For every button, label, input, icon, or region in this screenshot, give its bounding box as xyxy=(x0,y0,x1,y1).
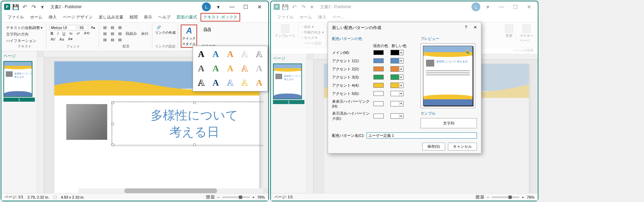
maximize-button[interactable]: ☐ xyxy=(239,2,252,12)
change-case-button[interactable]: Aa xyxy=(58,37,65,42)
qat-dropdown-r[interactable]: ▾ xyxy=(309,3,315,10)
margin-button[interactable]: 余白 xyxy=(140,30,150,37)
subscript-button[interactable]: x₂ xyxy=(68,30,74,36)
wordart-style-6[interactable]: A xyxy=(209,62,222,75)
align-bl-button[interactable]: ▤ xyxy=(102,37,108,43)
qat-customize-dropdown[interactable]: ▾ xyxy=(39,3,46,10)
maximize-button-r[interactable]: ☐ xyxy=(509,2,521,12)
align-tl-button[interactable]: ▤ xyxy=(102,25,108,30)
dialog-help-button[interactable]: ? xyxy=(465,25,467,31)
wordart-style-5[interactable]: A xyxy=(195,62,207,75)
qat-undo-button-r[interactable]: ↶ xyxy=(291,3,298,10)
qat-redo-button-r[interactable]: ↷ xyxy=(300,3,306,10)
wordart-style-8[interactable]: A xyxy=(238,62,251,75)
new-color-combo-7[interactable]: ▾ xyxy=(390,113,403,119)
resize-handle-n[interactable] xyxy=(193,101,196,104)
menu-mailings[interactable]: 差し込み文書 xyxy=(96,13,126,21)
menu-help[interactable]: ヘルプ xyxy=(155,13,173,21)
dropcap-button[interactable]: aa xyxy=(202,25,216,34)
view-buttons[interactable]: ▦ 圁 xyxy=(206,194,215,200)
align-bc-button[interactable]: ▤ xyxy=(109,37,115,43)
new-color-combo-1[interactable]: ▾ xyxy=(390,58,403,63)
create-link-button[interactable]: 🔗 xyxy=(155,25,163,30)
menu-home-r[interactable]: ホーム xyxy=(297,13,315,21)
resize-handle-s[interactable] xyxy=(193,143,196,146)
text-direction-button[interactable]: 文字列の方向 xyxy=(5,31,30,38)
font-name-combo[interactable] xyxy=(49,25,77,30)
underline-button[interactable]: U xyxy=(61,31,67,36)
autofit-button[interactable]: テキストの自動調整 ▾ xyxy=(5,25,44,31)
qat-redo-button[interactable]: ↷ xyxy=(30,3,37,10)
zoom-out-button[interactable]: − xyxy=(217,195,219,199)
qat-save-button-r[interactable]: 💾 xyxy=(282,3,289,10)
font-color-button[interactable]: A▾ xyxy=(67,36,74,42)
dialog-cancel-button[interactable]: キャンセル xyxy=(448,143,477,150)
wordart-style-14[interactable]: A xyxy=(253,77,265,89)
zoom-in-button[interactable]: + xyxy=(252,195,255,199)
new-color-combo-4[interactable]: ▾ xyxy=(390,83,403,88)
clear-format-button[interactable]: A⟲ xyxy=(83,30,91,36)
char-spacing-button[interactable]: AV xyxy=(49,37,57,42)
page-thumbnail-1[interactable]: 多様性 について 考える日 xyxy=(3,61,32,97)
wordart-style-2[interactable]: A xyxy=(224,48,236,60)
resize-handle-nw[interactable] xyxy=(111,101,114,104)
user-avatar-r[interactable]: L xyxy=(471,2,480,11)
wordart-style-12[interactable]: A xyxy=(224,77,236,89)
grow-font-button[interactable]: A▴ xyxy=(90,25,97,30)
wordart-style-13[interactable]: A xyxy=(238,77,251,89)
menu-insert[interactable]: 挿入 xyxy=(46,13,59,21)
horizontal-scrollbar[interactable] xyxy=(78,188,263,193)
new-color-combo-5[interactable]: ▾ xyxy=(390,91,403,96)
align-tr-button[interactable]: ▤ xyxy=(117,25,123,30)
superscript-button[interactable]: x² xyxy=(75,31,81,36)
menu-shape-format[interactable]: 図形の書式 xyxy=(174,13,200,21)
wordart-style-11[interactable]: A xyxy=(209,77,222,89)
align-mc-button[interactable]: ▤ xyxy=(109,31,115,37)
align-tc-button[interactable]: ▤ xyxy=(109,25,115,30)
zoom-slider[interactable] xyxy=(222,197,250,198)
resize-handle-w[interactable] xyxy=(111,122,114,125)
dialog-close-button[interactable]: ✕ xyxy=(474,25,477,31)
ribbon-options-button[interactable]: ▾ xyxy=(212,2,224,12)
doc-text-box[interactable]: 多様性について 考える日 xyxy=(112,102,268,145)
wordart-style-1[interactable]: A xyxy=(209,48,222,60)
scheme-name-input[interactable] xyxy=(367,132,477,139)
qat-undo-button[interactable]: ↶ xyxy=(21,3,28,10)
wordart-style-9[interactable]: A xyxy=(253,62,265,75)
menu-text-box[interactable]: テキスト ボックス xyxy=(201,13,240,21)
zoom-level[interactable]: 78% xyxy=(257,195,265,199)
wordart-style-0[interactable]: A xyxy=(195,48,207,60)
italic-button[interactable]: I xyxy=(56,31,60,36)
quick-style-button[interactable]: A クイック スタイル xyxy=(181,25,197,48)
columns-button[interactable]: 段組み xyxy=(124,30,138,37)
wordart-style-10[interactable]: A xyxy=(195,77,207,89)
minimize-button-r[interactable]: — xyxy=(495,2,508,12)
menu-review[interactable]: 校閲 xyxy=(127,13,140,21)
menu-home[interactable]: ホーム xyxy=(27,13,45,21)
new-color-combo-3[interactable]: ▾ xyxy=(390,74,403,80)
align-mr-button[interactable]: ▤ xyxy=(117,31,123,37)
menu-file[interactable]: ファイル xyxy=(5,13,27,21)
menu-insert-r[interactable]: 挿入 xyxy=(315,13,329,21)
new-color-combo-2[interactable]: ▾ xyxy=(390,66,403,72)
user-avatar[interactable]: L xyxy=(202,2,211,11)
align-ml-button[interactable]: ▤ xyxy=(102,31,108,37)
wordart-style-7[interactable]: A xyxy=(224,62,236,75)
bold-button[interactable]: B xyxy=(49,31,55,36)
close-button[interactable]: ✕ xyxy=(253,2,265,12)
hyphenation-button[interactable]: ハイフネーション xyxy=(5,38,38,44)
new-color-combo-6[interactable]: ▾ xyxy=(390,101,403,106)
doc-photo-placeholder[interactable] xyxy=(66,104,107,140)
ribbon-options-r[interactable]: ▾ xyxy=(482,2,494,12)
menu-file-r[interactable]: ファイル xyxy=(274,13,296,21)
align-br-button[interactable]: ▤ xyxy=(117,37,123,43)
wordart-style-4[interactable]: A xyxy=(253,48,265,60)
qat-save-button[interactable]: 💾 xyxy=(12,3,19,10)
font-size-combo[interactable] xyxy=(78,25,88,30)
close-button-r[interactable]: ✕ xyxy=(523,2,535,12)
resize-handle-sw[interactable] xyxy=(111,143,114,146)
menu-page-design-r[interactable]: ペー… xyxy=(330,13,347,21)
dialog-save-button[interactable]: 保存(S) xyxy=(422,143,445,150)
menu-view[interactable]: 表示 xyxy=(141,13,155,21)
minimize-button[interactable]: — xyxy=(226,2,238,12)
